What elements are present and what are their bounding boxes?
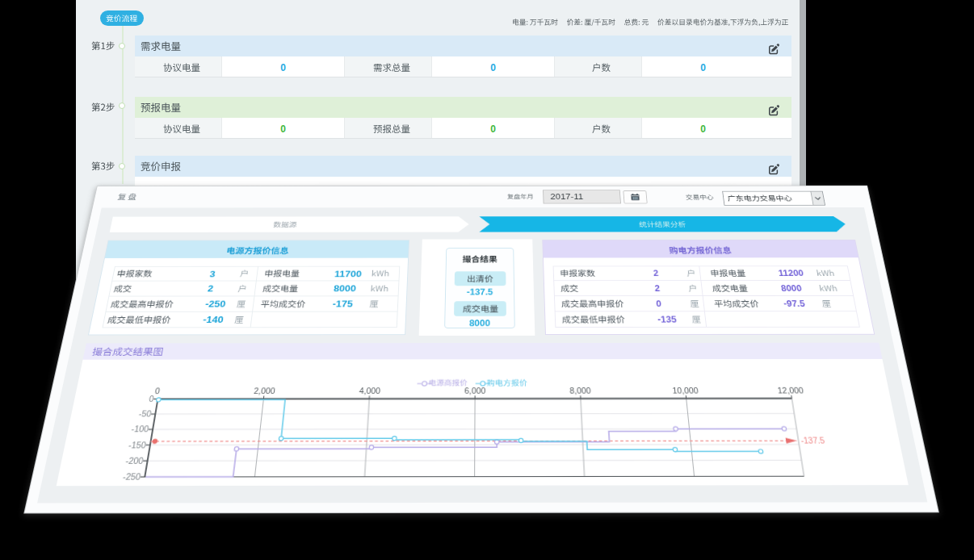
svg-text:-100: -100 — [131, 424, 150, 434]
svg-text:-50: -50 — [138, 409, 153, 419]
svg-text:4,000: 4,000 — [359, 387, 380, 396]
svg-text:10,000: 10,000 — [672, 387, 699, 396]
svg-text:2,000: 2,000 — [254, 387, 276, 396]
svg-text:-200: -200 — [125, 456, 145, 466]
svg-text:0: 0 — [154, 387, 161, 396]
svg-text:-150: -150 — [128, 440, 147, 449]
svg-text:8,000: 8,000 — [569, 387, 591, 396]
svg-text:12,000: 12,000 — [777, 387, 804, 396]
svg-text:-137.5: -137.5 — [800, 437, 826, 445]
svg-text:-250: -250 — [122, 471, 141, 482]
svg-text:6,000: 6,000 — [464, 387, 486, 396]
